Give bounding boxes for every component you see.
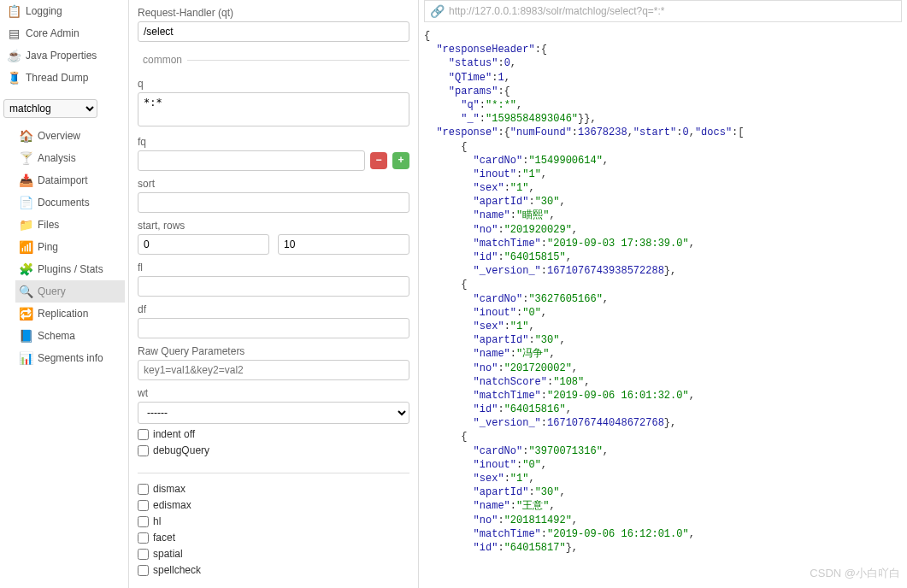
remove-fq-button[interactable]: − xyxy=(370,152,387,169)
edismax-label: edismax xyxy=(153,499,191,511)
watermark: CSDN @小白吖白 xyxy=(810,566,900,581)
indent-label: indent off xyxy=(153,428,195,440)
nav-java-properties[interactable]: ☕Java Properties xyxy=(3,44,125,67)
fq-input[interactable] xyxy=(138,150,365,171)
dismax-label: dismax xyxy=(153,483,186,495)
segments-info-icon: 📊 xyxy=(19,351,32,365)
nav-files[interactable]: 📁Files xyxy=(15,214,125,236)
spellcheck-label: spellcheck xyxy=(153,564,201,576)
sort-label: sort xyxy=(138,178,409,190)
nav-query[interactable]: 🔍Query xyxy=(15,280,125,303)
nav-documents[interactable]: 📄Documents xyxy=(15,191,125,214)
query-form: Request-Handler (qt) common q *:* fq − +… xyxy=(128,0,419,588)
nav-segments-info[interactable]: 📊Segments info xyxy=(15,347,125,369)
json-response: { "responseHeader":{ "status":0, "QTime"… xyxy=(424,29,902,555)
replication-icon: 🔁 xyxy=(19,307,32,320)
raw-label: Raw Query Parameters xyxy=(138,345,409,357)
facet-label: facet xyxy=(153,532,175,544)
fl-label: fl xyxy=(138,262,409,273)
facet-checkbox[interactable] xyxy=(138,532,149,544)
overview-icon: 🏠 xyxy=(19,129,32,143)
wt-select[interactable]: ------ xyxy=(138,402,409,424)
indent-checkbox[interactable] xyxy=(138,429,149,440)
spellcheck-checkbox[interactable] xyxy=(138,565,149,576)
dismax-checkbox[interactable] xyxy=(138,484,149,495)
legend-common: common xyxy=(138,54,187,66)
sidebar: 📋Logging▤Core Admin☕Java Properties🧵Thre… xyxy=(0,0,128,588)
core-admin-icon: ▤ xyxy=(7,26,21,40)
nav-overview[interactable]: 🏠Overview xyxy=(15,125,125,147)
fl-input[interactable] xyxy=(138,276,409,297)
wt-label: wt xyxy=(138,387,409,399)
nav-plugins-stats[interactable]: 🧩Plugins / Stats xyxy=(15,258,125,280)
nav-dataimport[interactable]: 📥Dataimport xyxy=(15,169,125,191)
schema-icon: 📘 xyxy=(19,329,32,343)
qt-input[interactable] xyxy=(138,21,409,42)
core-selector[interactable]: matchlog xyxy=(3,99,97,118)
edismax-checkbox[interactable] xyxy=(138,500,149,511)
nav-replication[interactable]: 🔁Replication xyxy=(15,303,125,325)
nav-logging[interactable]: 📋Logging xyxy=(3,0,125,22)
plugins-stats-icon: 🧩 xyxy=(19,262,32,276)
spatial-label: spatial xyxy=(153,548,183,560)
link-icon: 🔗 xyxy=(430,4,444,18)
qt-label: Request-Handler (qt) xyxy=(138,7,409,19)
rows-input[interactable] xyxy=(278,234,409,255)
startrows-label: start, rows xyxy=(138,220,409,232)
hl-label: hl xyxy=(153,515,161,527)
q-label: q xyxy=(138,78,409,90)
add-fq-button[interactable]: + xyxy=(392,152,409,169)
spatial-checkbox[interactable] xyxy=(138,549,149,560)
analysis-icon: 🍸 xyxy=(19,151,32,165)
debug-checkbox[interactable] xyxy=(138,445,149,456)
url-text: http://127.0.0.1:8983/solr/matchlog/sele… xyxy=(449,5,665,17)
nav-thread-dump[interactable]: 🧵Thread Dump xyxy=(3,67,125,89)
thread-dump-icon: 🧵 xyxy=(7,71,21,85)
logging-icon: 📋 xyxy=(7,4,21,18)
raw-input[interactable] xyxy=(138,360,409,380)
debug-label: debugQuery xyxy=(153,444,209,456)
ping-icon: 📶 xyxy=(19,240,32,254)
sort-input[interactable] xyxy=(138,192,409,213)
fq-label: fq xyxy=(138,136,409,148)
response-panel: 🔗 http://127.0.0.1:8983/solr/matchlog/se… xyxy=(419,0,907,588)
df-label: df xyxy=(138,303,409,315)
documents-icon: 📄 xyxy=(19,196,32,209)
nav-analysis[interactable]: 🍸Analysis xyxy=(15,147,125,169)
nav-ping[interactable]: 📶Ping xyxy=(15,236,125,258)
dataimport-icon: 📥 xyxy=(19,173,32,187)
df-input[interactable] xyxy=(138,318,409,338)
java-properties-icon: ☕ xyxy=(7,49,21,62)
start-input[interactable] xyxy=(138,234,269,255)
hl-checkbox[interactable] xyxy=(138,516,149,527)
url-bar[interactable]: 🔗 http://127.0.0.1:8983/solr/matchlog/se… xyxy=(424,0,902,22)
nav-core-admin[interactable]: ▤Core Admin xyxy=(3,22,125,44)
files-icon: 📁 xyxy=(19,218,32,232)
query-icon: 🔍 xyxy=(19,285,32,298)
q-input[interactable]: *:* xyxy=(138,92,409,126)
nav-schema[interactable]: 📘Schema xyxy=(15,325,125,347)
